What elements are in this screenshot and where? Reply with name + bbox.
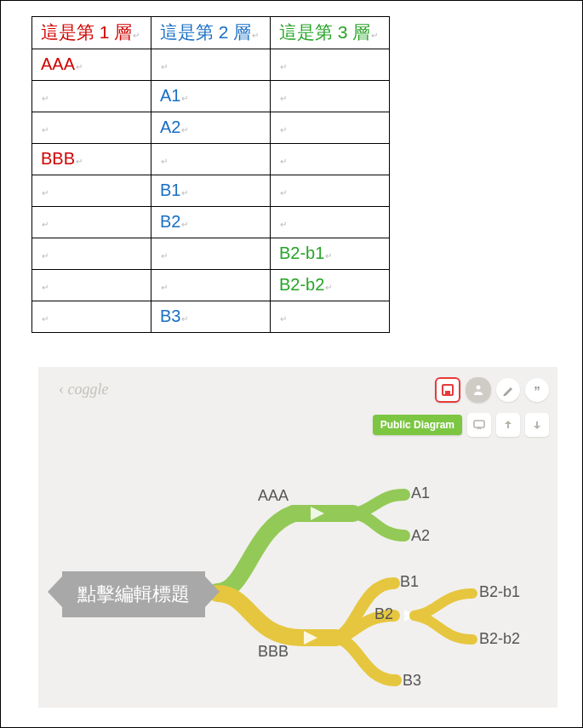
cell: B2↵ (151, 207, 271, 238)
table-row: ↵↵B2-b2↵ (32, 270, 390, 301)
table-row: ↵A1↵↵ (32, 81, 390, 112)
node-bbb[interactable]: BBB (258, 643, 289, 661)
table-row: ↵B1↵↵ (32, 175, 390, 207)
node-a2[interactable]: A2 (411, 527, 430, 545)
cell: BBB↵ (32, 144, 151, 175)
node-aaa[interactable]: AAA (258, 487, 289, 505)
cell: ↵ (271, 207, 390, 238)
mindmap-panel: coggle ” Public Diagram (38, 367, 557, 708)
cell: ↵ (151, 144, 271, 175)
cell: ↵ (32, 238, 151, 270)
table-row: ↵B3↵↵ (32, 301, 390, 333)
table-row: BBB↵↵↵ (32, 144, 390, 175)
table-row: AAA↵↵↵ (32, 49, 390, 81)
cell: B2-b2↵ (271, 270, 390, 301)
cell: ↵ (32, 175, 151, 207)
node-b2b2[interactable]: B2-b2 (479, 630, 520, 648)
header-level-2: 這是第 2 層↵ (151, 17, 271, 49)
mindmap-root[interactable]: 點擊編輯標題 (62, 571, 205, 617)
cell: AAA↵ (32, 49, 151, 81)
node-b2[interactable]: B2 (374, 605, 393, 623)
cell: ↵ (32, 207, 151, 238)
cell: ↵ (271, 49, 390, 81)
header-level-1: 這是第 1 層↵ (32, 17, 151, 49)
cell: ↵ (271, 175, 390, 207)
cell: ↵ (271, 301, 390, 333)
cell: ↵ (151, 270, 271, 301)
table-row: ↵B2↵↵ (32, 207, 390, 238)
table-row: ↵A2↵↵ (32, 112, 390, 144)
mindmap-branches (38, 367, 557, 708)
cell: B1↵ (151, 175, 271, 207)
table-row: ↵↵B2-b1↵ (32, 238, 390, 270)
cell: ↵ (32, 81, 151, 112)
cell: ↵ (151, 238, 271, 270)
cell: ↵ (271, 81, 390, 112)
cell: ↵ (271, 144, 390, 175)
node-b1[interactable]: B1 (400, 573, 419, 591)
node-b3[interactable]: B3 (403, 672, 421, 690)
cell: ↵ (32, 112, 151, 144)
node-b2b1[interactable]: B2-b1 (479, 583, 520, 601)
cell: ↵ (151, 49, 271, 81)
cell: B3↵ (151, 301, 271, 333)
level-table: 這是第 1 層↵ 這是第 2 層↵ 這是第 3 層↵ AAA↵↵↵↵A1↵↵↵A… (31, 16, 390, 333)
cell: A2↵ (151, 112, 271, 144)
cell: ↵ (32, 301, 151, 333)
cell: B2-b1↵ (271, 238, 390, 270)
node-a1[interactable]: A1 (411, 484, 430, 502)
table-header-row: 這是第 1 層↵ 這是第 2 層↵ 這是第 3 層↵ (32, 17, 390, 49)
cell: ↵ (32, 270, 151, 301)
header-level-3: 這是第 3 層↵ (271, 17, 390, 49)
cell: A1↵ (151, 81, 271, 112)
cell: ↵ (271, 112, 390, 144)
